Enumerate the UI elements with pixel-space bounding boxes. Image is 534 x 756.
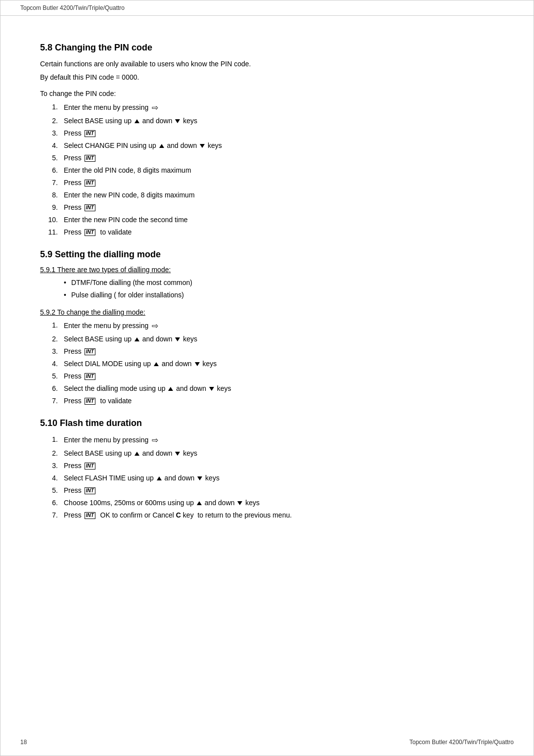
int-symbol: INT bbox=[85, 512, 95, 519]
step-text: Select FLASH TIME using up and down keys bbox=[64, 473, 494, 483]
step-num: 11. bbox=[40, 227, 64, 237]
list-item: 2. Select BASE using up and down keys bbox=[40, 334, 494, 344]
step-text: Enter the menu by pressing ⇨ bbox=[64, 102, 494, 114]
step-num: 6. bbox=[40, 383, 64, 394]
down-arrow-icon bbox=[237, 501, 242, 505]
step-text: Press INT OK to confirm or Cancel C key … bbox=[64, 510, 494, 520]
list-item: 7. Press INT OK to confirm or Cancel C k… bbox=[40, 510, 494, 520]
step-text: Select DIAL MODE using up and down keys bbox=[64, 359, 494, 369]
step-text: Press INT bbox=[64, 346, 494, 357]
list-item: 1. Enter the menu by pressing ⇨ bbox=[40, 102, 494, 114]
step-num: 7. bbox=[40, 178, 64, 188]
step-num: 6. bbox=[40, 165, 64, 176]
step-text: Enter the old PIN code, 8 digits maximum bbox=[64, 165, 494, 176]
content-area: 5.8 Changing the PIN code Certain functi… bbox=[0, 16, 534, 568]
list-item: DTMF/Tone dialling (the most common) bbox=[64, 278, 494, 288]
step-text: Select the dialling mode using up and do… bbox=[64, 383, 494, 394]
list-item: 9. Press INT bbox=[40, 202, 494, 213]
down-arrow-icon bbox=[197, 476, 202, 480]
footer-brand-text: Topcom Butler 4200/Twin/Triple/Quattro bbox=[409, 739, 514, 746]
int-symbol: INT bbox=[85, 398, 95, 405]
down-arrow-icon bbox=[200, 144, 205, 148]
list-item: 7. Press INT to validate bbox=[40, 396, 494, 406]
section-59-title: 5.9 Setting the dialling mode bbox=[40, 249, 494, 260]
bullet-text: Pulse dialling ( for older installations… bbox=[71, 290, 184, 300]
down-arrow-icon bbox=[175, 119, 180, 123]
step-num: 10. bbox=[40, 215, 64, 225]
subsection-591-title: 5.9.1 There are two types of dialling mo… bbox=[40, 266, 494, 274]
header-bar: Topcom Butler 4200/Twin/Triple/Quattro bbox=[0, 0, 534, 16]
step-num: 6. bbox=[40, 498, 64, 508]
step-num: 2. bbox=[40, 448, 64, 459]
step-text: Press INT bbox=[64, 485, 494, 496]
step-num: 4. bbox=[40, 473, 64, 483]
up-arrow-icon bbox=[168, 387, 173, 391]
list-item: 6. Select the dialling mode using up and… bbox=[40, 383, 494, 394]
step-num: 5. bbox=[40, 153, 64, 163]
int-symbol: INT bbox=[85, 463, 95, 470]
int-symbol: INT bbox=[85, 373, 95, 380]
list-item: 6. Choose 100ms, 250ms or 600ms using up… bbox=[40, 498, 494, 508]
int-symbol: INT bbox=[85, 204, 95, 211]
step-text: Press INT to validate bbox=[64, 227, 494, 237]
list-item: Pulse dialling ( for older installations… bbox=[64, 290, 494, 300]
step-text: Select BASE using up and down keys bbox=[64, 334, 494, 344]
section-510: 5.10 Flash time duration 1. Enter the me… bbox=[40, 418, 494, 520]
list-item: 3. Press INT bbox=[40, 346, 494, 357]
step-text: Press INT to validate bbox=[64, 396, 494, 406]
footer-bar: 18 Topcom Butler 4200/Twin/Triple/Quattr… bbox=[0, 739, 534, 746]
step-text: Enter the menu by pressing ⇨ bbox=[64, 320, 494, 332]
list-item: 11. Press INT to validate bbox=[40, 227, 494, 237]
down-arrow-icon bbox=[209, 387, 214, 391]
step-num: 3. bbox=[40, 128, 64, 139]
step-num: 2. bbox=[40, 334, 64, 344]
subsection-591-bullets: DTMF/Tone dialling (the most common) Pul… bbox=[64, 278, 494, 300]
up-arrow-icon bbox=[159, 144, 164, 148]
step-num: 1. bbox=[40, 102, 64, 112]
section-59: 5.9 Setting the dialling mode 5.9.1 Ther… bbox=[40, 249, 494, 406]
int-symbol: INT bbox=[85, 130, 95, 137]
step-text: Press INT bbox=[64, 202, 494, 213]
up-arrow-icon bbox=[134, 452, 139, 456]
section-58-sub-intro: To change the PIN code: bbox=[40, 89, 494, 99]
list-item: 3. Press INT bbox=[40, 461, 494, 471]
list-item: 2. Select BASE using up and down keys bbox=[40, 116, 494, 126]
step-num: 7. bbox=[40, 396, 64, 406]
list-item: 5. Press INT bbox=[40, 371, 494, 381]
step-num: 3. bbox=[40, 346, 64, 357]
down-arrow-icon bbox=[175, 337, 180, 341]
list-item: 1. Enter the menu by pressing ⇨ bbox=[40, 320, 494, 332]
up-arrow-icon bbox=[134, 119, 139, 123]
int-symbol: INT bbox=[85, 229, 95, 236]
section-58-steps: 1. Enter the menu by pressing ⇨ 2. Selec… bbox=[40, 102, 494, 237]
step-text: Select CHANGE PIN using up and down keys bbox=[64, 141, 494, 151]
section-58-intro2: By default this PIN code = 0000. bbox=[40, 72, 494, 83]
step-text: Choose 100ms, 250ms or 600ms using up an… bbox=[64, 498, 494, 508]
step-text: Select BASE using up and down keys bbox=[64, 116, 494, 126]
list-item: 5. Press INT bbox=[40, 153, 494, 163]
list-item: 2. Select BASE using up and down keys bbox=[40, 448, 494, 459]
step-num: 4. bbox=[40, 359, 64, 369]
step-text: Press INT bbox=[64, 128, 494, 139]
list-item: 7. Press INT bbox=[40, 178, 494, 188]
step-num: 7. bbox=[40, 510, 64, 520]
up-arrow-icon bbox=[154, 362, 159, 366]
up-arrow-icon bbox=[134, 337, 139, 341]
list-item: 4. Select DIAL MODE using up and down ke… bbox=[40, 359, 494, 369]
footer-page-number: 18 bbox=[20, 739, 27, 746]
step-text: Enter the menu by pressing ⇨ bbox=[64, 434, 494, 446]
down-arrow-icon bbox=[175, 452, 180, 456]
step-text: Press INT bbox=[64, 371, 494, 381]
list-item: 4. Select CHANGE PIN using up and down k… bbox=[40, 141, 494, 151]
list-item: 4. Select FLASH TIME using up and down k… bbox=[40, 473, 494, 483]
int-symbol: INT bbox=[85, 348, 95, 355]
list-item: 3. Press INT bbox=[40, 128, 494, 139]
page-container: Topcom Butler 4200/Twin/Triple/Quattro 5… bbox=[0, 0, 534, 756]
list-item: 10. Enter the new PIN code the second ti… bbox=[40, 215, 494, 225]
section-58-intro1: Certain functions are only available to … bbox=[40, 59, 494, 69]
list-item: 1. Enter the menu by pressing ⇨ bbox=[40, 434, 494, 446]
menu-arrow-icon: ⇨ bbox=[152, 320, 158, 332]
section-58-title: 5.8 Changing the PIN code bbox=[40, 43, 494, 53]
step-text: Select BASE using up and down keys bbox=[64, 448, 494, 459]
step-text: Enter the new PIN code the second time bbox=[64, 215, 494, 225]
